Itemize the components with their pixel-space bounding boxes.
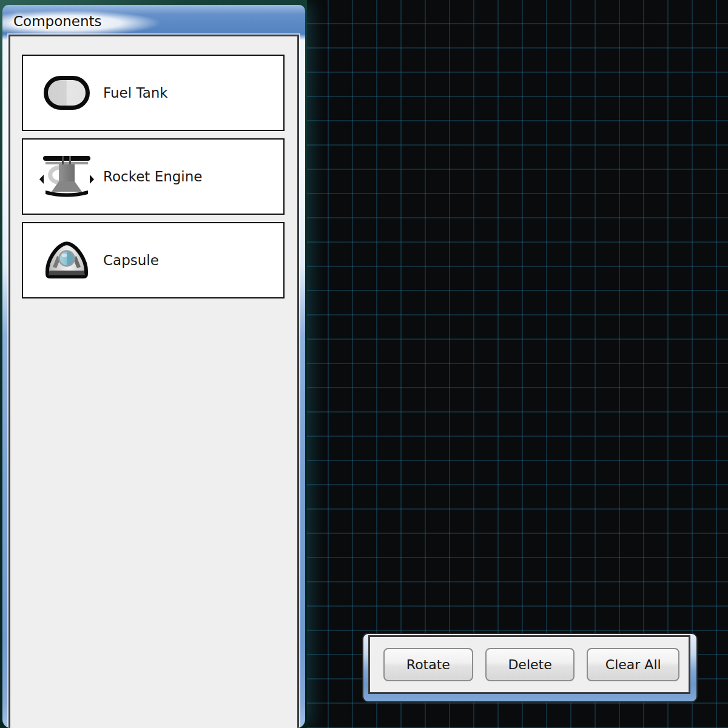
delete-button[interactable]: Delete [485,648,575,681]
component-label: Rocket Engine [103,169,202,184]
component-item-capsule[interactable]: Capsule [22,222,285,298]
component-label: Capsule [103,252,159,268]
rocket-engine-icon [39,153,95,200]
component-item-rocket-engine[interactable]: Rocket Engine [22,138,285,215]
components-panel-frame: Components [2,5,305,728]
fuel-tank-icon [39,75,95,110]
panel-title: Components [13,13,102,29]
component-label: Fuel Tank [103,85,168,101]
clear-all-button[interactable]: Clear All [587,648,679,681]
components-panel: Components [0,0,307,728]
components-list: Fuel Tank [8,35,299,728]
rotate-button[interactable]: Rotate [383,648,473,681]
component-item-fuel-tank[interactable]: Fuel Tank [22,55,285,131]
action-toolbar-inner: Rotate Delete Clear All [368,635,690,694]
capsule-icon [39,240,95,281]
action-toolbar: Rotate Delete Clear All [362,633,698,703]
